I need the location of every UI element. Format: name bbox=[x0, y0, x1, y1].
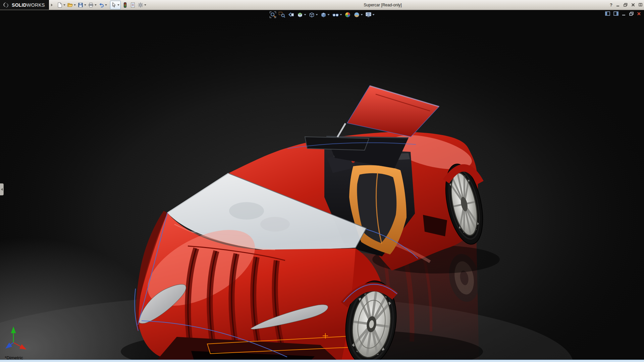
open-icon bbox=[67, 2, 73, 8]
undo-button[interactable] bbox=[98, 1, 107, 9]
status-bar-strip bbox=[0, 360, 644, 362]
new-dropdown-icon[interactable] bbox=[63, 4, 65, 6]
print-dropdown-icon[interactable] bbox=[95, 4, 97, 6]
edit-appearance-button[interactable] bbox=[344, 11, 352, 18]
open-button[interactable] bbox=[67, 1, 76, 9]
apply-scene-dropdown-icon[interactable] bbox=[361, 14, 363, 15]
save-dropdown-icon[interactable] bbox=[84, 4, 86, 6]
doc-close-icon bbox=[637, 12, 641, 16]
apply-scene-button[interactable] bbox=[353, 11, 364, 18]
view-settings-button[interactable] bbox=[365, 11, 375, 18]
view-orientation-cube-icon bbox=[309, 11, 315, 18]
minimize-icon bbox=[616, 3, 620, 7]
file-properties-button[interactable] bbox=[129, 1, 136, 9]
select-button[interactable] bbox=[110, 1, 121, 9]
3d-scene[interactable] bbox=[0, 10, 644, 360]
graphics-area[interactable]: *Dimetric bbox=[0, 10, 644, 360]
logo-text: SOLIDWORKS bbox=[12, 2, 45, 8]
zoom-fit-button[interactable] bbox=[269, 11, 277, 18]
triad-z-axis bbox=[8, 343, 13, 347]
hide-show-items-button[interactable] bbox=[331, 11, 343, 18]
pane-right-button[interactable] bbox=[613, 11, 619, 16]
restore-icon bbox=[624, 3, 628, 7]
options-dropdown-icon[interactable] bbox=[144, 4, 146, 6]
document-window-controls bbox=[605, 11, 641, 16]
zoom-fit-icon bbox=[270, 11, 276, 18]
new-document-button[interactable] bbox=[56, 1, 66, 9]
standard-toolbar bbox=[55, 0, 147, 10]
rebuild-button[interactable] bbox=[122, 1, 128, 9]
close-button[interactable] bbox=[631, 3, 635, 7]
close-icon bbox=[631, 3, 635, 7]
doc-minimize-button[interactable] bbox=[622, 12, 626, 16]
view-orientation-label: *Dimetric bbox=[5, 355, 23, 360]
print-icon bbox=[88, 2, 94, 8]
doc-minimize-icon bbox=[622, 12, 626, 16]
apply-scene-icon bbox=[354, 11, 360, 18]
dassault-logo-icon bbox=[3, 2, 9, 8]
new-document-icon bbox=[57, 2, 63, 8]
pane-right-icon bbox=[613, 11, 619, 16]
file-properties-icon bbox=[130, 2, 136, 8]
view-settings-dropdown-icon[interactable] bbox=[373, 14, 375, 15]
select-cursor-icon bbox=[111, 2, 117, 8]
triad-x-axis bbox=[13, 343, 23, 348]
doc-restore-button[interactable] bbox=[629, 12, 634, 16]
orientation-triad bbox=[5, 324, 33, 353]
zoom-area-icon bbox=[279, 11, 285, 18]
zoom-area-button[interactable] bbox=[278, 11, 286, 18]
doc-restore-icon bbox=[629, 12, 634, 16]
hide-show-dropdown-icon[interactable] bbox=[340, 14, 342, 15]
save-icon bbox=[77, 2, 84, 8]
menu-bar: SOLIDWORKS bbox=[0, 0, 644, 10]
undo-icon bbox=[98, 2, 104, 8]
options-button[interactable] bbox=[137, 1, 147, 9]
display-style-button[interactable] bbox=[320, 11, 330, 18]
section-view-icon bbox=[297, 11, 304, 18]
previous-view-button[interactable] bbox=[287, 11, 295, 18]
options-icon bbox=[138, 2, 144, 8]
minimize-button[interactable] bbox=[616, 3, 620, 7]
window-controls: ? bbox=[610, 0, 643, 10]
hide-show-items-icon bbox=[332, 11, 339, 18]
select-dropdown-icon[interactable] bbox=[117, 4, 119, 6]
undo-dropdown-icon[interactable] bbox=[105, 4, 107, 6]
view-orientation-dropdown-icon[interactable] bbox=[316, 14, 318, 15]
open-dropdown-icon[interactable] bbox=[74, 4, 76, 6]
menu-expand-icon[interactable] bbox=[51, 4, 53, 6]
solidworks-logo[interactable]: SOLIDWORKS bbox=[0, 0, 49, 10]
restore-button[interactable] bbox=[624, 3, 628, 7]
display-style-dropdown-icon[interactable] bbox=[328, 14, 330, 15]
pane-layout-button[interactable] bbox=[639, 3, 643, 7]
view-settings-icon bbox=[365, 11, 372, 18]
collapse-arrow-icon bbox=[1, 188, 3, 191]
pane-layout-icon bbox=[639, 3, 643, 7]
pane-left-button[interactable] bbox=[605, 11, 610, 16]
section-view-button[interactable] bbox=[296, 11, 307, 18]
previous-view-icon bbox=[288, 11, 294, 18]
help-icon[interactable]: ? bbox=[610, 2, 612, 7]
headsup-view-toolbar bbox=[269, 11, 375, 18]
pane-left-icon bbox=[605, 11, 610, 16]
display-style-icon bbox=[320, 11, 327, 18]
document-title: Supercar [Read-only] bbox=[364, 0, 401, 10]
doc-close-button[interactable] bbox=[637, 12, 641, 16]
edit-appearance-icon bbox=[344, 11, 351, 18]
print-button[interactable] bbox=[88, 1, 97, 9]
feature-tree-collapse-tab[interactable] bbox=[0, 183, 4, 195]
save-button[interactable] bbox=[77, 1, 87, 9]
view-orientation-button[interactable] bbox=[308, 11, 319, 18]
section-view-dropdown-icon[interactable] bbox=[304, 14, 306, 15]
rebuild-traffic-light-icon bbox=[122, 2, 128, 8]
